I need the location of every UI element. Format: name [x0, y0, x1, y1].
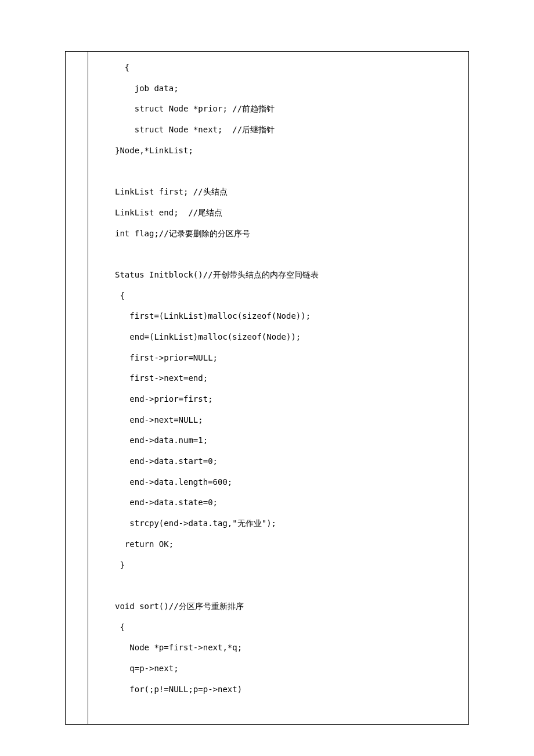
code-line: end->data.num=1;: [115, 430, 463, 451]
code-line: q=p->next;: [115, 658, 463, 679]
code-line: Node *p=first->next,*q;: [115, 638, 463, 658]
code-line: struct Node *prior; //前趋指针: [115, 99, 463, 120]
code-line: end->next=NULL;: [115, 410, 463, 431]
code-cell: { job data; struct Node *prior; //前趋指针 s…: [88, 52, 469, 725]
code-line: end->prior=first;: [115, 389, 463, 410]
left-margin-cell: [66, 52, 88, 725]
code-line: job data;: [115, 78, 463, 99]
code-block: { job data; struct Node *prior; //前趋指针 s…: [115, 57, 463, 700]
code-line: int flag;//记录要删除的分区序号: [115, 224, 463, 244]
document-page: { job data; struct Node *prior; //前趋指针 s…: [0, 0, 534, 756]
code-line: LinkList end; //尾结点: [115, 203, 463, 224]
code-line: {: [115, 57, 463, 78]
code-line: [115, 161, 463, 182]
code-line: }: [115, 555, 463, 576]
code-line: for(;p!=NULL;p=p->next): [115, 679, 463, 700]
code-line: strcpy(end->data.tag,"无作业");: [115, 513, 463, 534]
code-line: first->next=end;: [115, 368, 463, 389]
code-line: {: [115, 286, 463, 307]
code-line: end->data.length=600;: [115, 472, 463, 493]
code-line: void sort()//分区序号重新排序: [115, 596, 463, 617]
code-line: {: [115, 617, 463, 638]
layout-table: { job data; struct Node *prior; //前趋指针 s…: [65, 51, 469, 725]
code-line: [115, 575, 463, 596]
code-line: first=(LinkList)malloc(sizeof(Node));: [115, 306, 463, 327]
code-line: Status Initblock()//开创带头结点的内存空间链表: [115, 265, 463, 286]
code-line: [115, 244, 463, 265]
code-line: first->prior=NULL;: [115, 348, 463, 369]
code-line: end->data.start=0;: [115, 451, 463, 472]
code-line: }Node,*LinkList;: [115, 141, 463, 161]
code-line: return OK;: [115, 534, 463, 555]
code-line: end=(LinkList)malloc(sizeof(Node));: [115, 327, 463, 348]
code-line: end->data.state=0;: [115, 492, 463, 513]
code-line: struct Node *next; //后继指针: [115, 120, 463, 141]
code-line: LinkList first; //头结点: [115, 182, 463, 203]
